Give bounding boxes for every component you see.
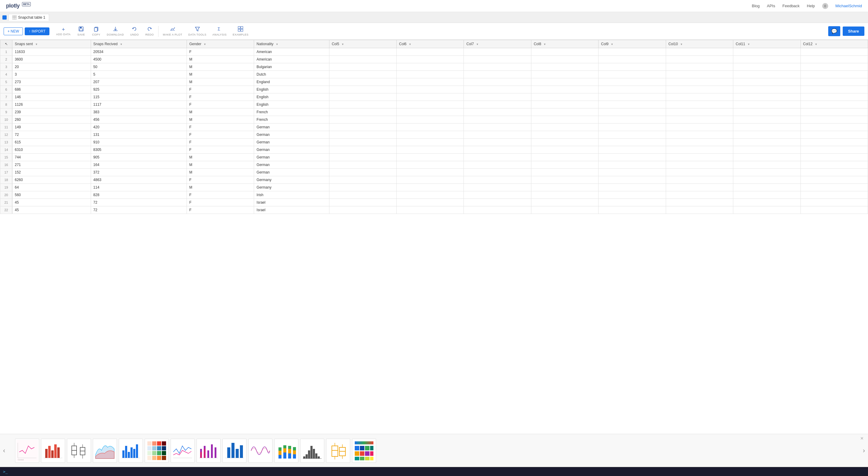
feedback-link[interactable]: Feedback [782, 4, 800, 8]
table-cell[interactable] [531, 93, 598, 101]
col-col8[interactable]: Col8 ▼ [531, 40, 598, 48]
table-cell[interactable]: 1126 [12, 101, 91, 108]
table-cell[interactable]: English [254, 86, 329, 93]
table-cell[interactable] [397, 138, 464, 146]
chart-thumb-histogram[interactable] [300, 439, 324, 463]
table-cell[interactable] [666, 176, 733, 184]
table-cell[interactable]: 686 [12, 86, 91, 93]
table-cell[interactable] [598, 191, 666, 199]
table-cell[interactable] [666, 116, 733, 124]
save-button[interactable]: SAVE [73, 25, 89, 37]
table-cell[interactable]: Irish [254, 191, 329, 199]
table-cell[interactable] [329, 71, 396, 78]
table-cell[interactable] [598, 138, 666, 146]
table-cell[interactable] [801, 131, 868, 138]
col-snaps-received[interactable]: Snaps Recived ▼ [91, 40, 187, 48]
examples-button[interactable]: EXAMPLES [230, 25, 252, 37]
table-cell[interactable] [329, 146, 396, 154]
table-cell[interactable] [397, 71, 464, 78]
table-cell[interactable]: German [254, 138, 329, 146]
table-cell[interactable]: 615 [12, 138, 91, 146]
table-cell[interactable] [666, 101, 733, 108]
table-cell[interactable] [531, 108, 598, 116]
table-cell[interactable]: 260 [12, 116, 91, 124]
table-cell[interactable]: M [187, 169, 254, 176]
table-cell[interactable]: 8305 [91, 146, 187, 154]
table-cell[interactable] [666, 86, 733, 93]
chart-thumb-line-pink[interactable]: Central [15, 439, 39, 463]
table-cell[interactable] [531, 191, 598, 199]
make-a-plot-button[interactable]: MAKE A PLOT [160, 25, 185, 37]
import-button[interactable]: ↑ IMPORT [25, 27, 50, 35]
table-cell[interactable]: Israel [254, 207, 329, 214]
table-cell[interactable]: 905 [91, 154, 187, 161]
table-cell[interactable] [666, 138, 733, 146]
col-col6[interactable]: Col6 ▼ [397, 40, 464, 48]
col-col9[interactable]: Col9 ▼ [598, 40, 666, 48]
table-cell[interactable] [531, 63, 598, 71]
table-cell[interactable] [733, 154, 801, 161]
table-cell[interactable]: M [187, 56, 254, 63]
table-cell[interactable] [598, 146, 666, 154]
table-cell[interactable] [598, 116, 666, 124]
table-cell[interactable] [397, 93, 464, 101]
table-cell[interactable] [801, 146, 868, 154]
table-cell[interactable] [329, 56, 396, 63]
table-cell[interactable] [464, 184, 531, 191]
table-cell[interactable]: F [187, 48, 254, 56]
table-cell[interactable]: 131 [91, 131, 187, 138]
table-cell[interactable] [464, 131, 531, 138]
table-cell[interactable] [397, 146, 464, 154]
spreadsheet-tab[interactable]: Snapchat table 1 [8, 14, 49, 21]
table-cell[interactable] [733, 124, 801, 131]
table-cell[interactable]: German [254, 131, 329, 138]
table-cell[interactable]: 114 [91, 184, 187, 191]
table-cell[interactable] [598, 71, 666, 78]
table-cell[interactable]: 560 [12, 191, 91, 199]
table-cell[interactable] [598, 86, 666, 93]
table-cell[interactable] [329, 48, 396, 56]
table-cell[interactable] [531, 56, 598, 63]
table-cell[interactable]: Dutch [254, 71, 329, 78]
table-cell[interactable]: Germany [254, 176, 329, 184]
table-cell[interactable] [733, 108, 801, 116]
table-cell[interactable] [733, 161, 801, 169]
table-cell[interactable]: M [187, 108, 254, 116]
table-cell[interactable]: F [187, 124, 254, 131]
table-cell[interactable]: 5 [91, 71, 187, 78]
table-cell[interactable] [666, 48, 733, 56]
table-cell[interactable] [598, 63, 666, 71]
table-cell[interactable] [666, 71, 733, 78]
table-cell[interactable] [464, 101, 531, 108]
username[interactable]: MichaelSchmid [835, 4, 862, 8]
table-cell[interactable] [531, 207, 598, 214]
table-cell[interactable]: M [187, 161, 254, 169]
table-cell[interactable] [531, 78, 598, 86]
table-cell[interactable] [397, 169, 464, 176]
table-cell[interactable] [329, 63, 396, 71]
table-cell[interactable] [733, 48, 801, 56]
chart-thumb-bar-purple[interactable] [196, 439, 221, 463]
table-cell[interactable] [531, 71, 598, 78]
table-cell[interactable] [464, 71, 531, 78]
table-cell[interactable]: 146 [12, 93, 91, 101]
table-cell[interactable]: Israel [254, 199, 329, 207]
chart-thumb-bar-blue[interactable] [119, 439, 143, 463]
table-cell[interactable] [801, 138, 868, 146]
gallery-arrow-left[interactable]: ‹ [3, 447, 5, 455]
table-cell[interactable] [666, 108, 733, 116]
table-cell[interactable] [666, 124, 733, 131]
table-cell[interactable] [397, 116, 464, 124]
table-cell[interactable] [397, 56, 464, 63]
table-cell[interactable]: 164 [91, 161, 187, 169]
col-col12[interactable]: Col12 ▼ [801, 40, 868, 48]
table-cell[interactable] [329, 199, 396, 207]
table-cell[interactable]: 50 [91, 63, 187, 71]
gallery-arrow-right[interactable]: › [863, 447, 865, 455]
table-cell[interactable] [464, 93, 531, 101]
table-cell[interactable]: F [187, 176, 254, 184]
table-cell[interactable] [397, 101, 464, 108]
table-cell[interactable] [329, 154, 396, 161]
table-cell[interactable]: 115 [91, 93, 187, 101]
table-cell[interactable] [733, 63, 801, 71]
